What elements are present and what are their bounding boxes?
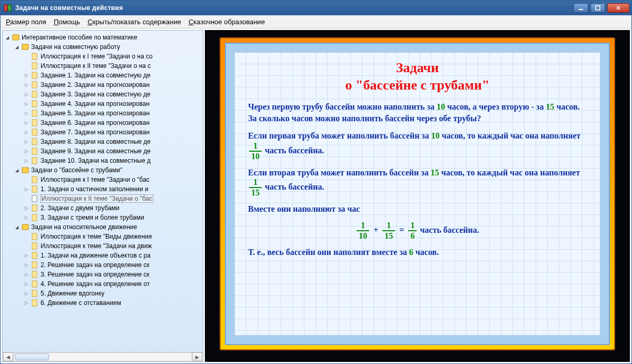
page-icon	[31, 81, 38, 88]
titlebar: Задачи на совместные действия	[1, 1, 631, 15]
chevron-right-icon[interactable]	[24, 300, 29, 306]
scroll-thumb[interactable]	[15, 353, 49, 360]
svg-rect-5	[22, 44, 28, 50]
minimize-button[interactable]	[574, 3, 588, 13]
svg-rect-23	[32, 214, 37, 221]
tree-item[interactable]: Задание 5. Задачи на прогнозирован	[41, 110, 150, 117]
chevron-right-icon[interactable]	[24, 253, 29, 258]
scroll-right-button[interactable]: ▶	[192, 352, 202, 361]
menu-toggle-toc[interactable]: Скрыть/показать содержание	[87, 18, 181, 26]
tree-item[interactable]: Иллюстрация к теме "Задачи на движ	[41, 242, 152, 250]
tree-item[interactable]: Интерактивное пособие по математике	[22, 34, 137, 41]
tree-item[interactable]: Задачи на относительное движение	[31, 223, 137, 231]
tree-item[interactable]: Задачи о "бассейне с трубами"	[31, 166, 122, 174]
equation: 110 + 115 = 16 часть бассейна.	[248, 221, 587, 240]
book-icon	[22, 166, 29, 174]
scroll-left-button[interactable]: ◀	[3, 352, 13, 361]
menu-edu[interactable]: Сказочное образование	[189, 18, 265, 26]
toc-tree[interactable]: Интерактивное пособие по математике Зада…	[3, 31, 203, 352]
svg-rect-1	[8, 5, 11, 11]
tree-item[interactable]: Задание 7. Задачи на прогнозирован	[41, 129, 150, 136]
menubar: Размер поля Помощь Скрыть/показать содер…	[1, 15, 631, 28]
tree-item[interactable]: Задание 1. Задачи на совместную де	[41, 72, 151, 79]
solution-line-1: Если первая труба может наполнить бассей…	[248, 130, 587, 161]
page-icon	[31, 242, 38, 250]
tree-item[interactable]: 1. Задачи на движение объектов с ра	[41, 252, 151, 259]
chevron-down-icon[interactable]	[14, 224, 19, 230]
page-icon	[31, 100, 38, 107]
close-button[interactable]	[607, 3, 629, 13]
chevron-right-icon[interactable]	[24, 281, 29, 287]
page-icon	[31, 147, 38, 155]
tree-item[interactable]: 3. Решение задач на определение ск	[41, 271, 150, 278]
tree-item[interactable]: Задание 10. Задачи на совместные д	[41, 157, 151, 164]
tree-item-selected[interactable]: Иллюстрация к II теме "Задачи о "бас	[41, 194, 153, 203]
toc-pane: Интерактивное пособие по математике Зада…	[2, 30, 203, 362]
chevron-right-icon[interactable]	[24, 291, 29, 296]
chevron-right-icon[interactable]	[24, 149, 29, 154]
tree-item[interactable]: Задание 8. Задачи на совместные де	[41, 138, 151, 145]
page-icon	[31, 129, 38, 136]
chevron-right-icon[interactable]	[24, 111, 29, 116]
tree-item[interactable]: Задание 6. Задачи на прогнозирован	[41, 119, 150, 126]
chevron-right-icon[interactable]	[24, 101, 29, 106]
chevron-right-icon[interactable]	[24, 262, 29, 268]
svg-rect-0	[4, 5, 7, 11]
toc-h-scrollbar[interactable]: ◀ ▶	[3, 352, 203, 361]
chevron-right-icon[interactable]	[24, 215, 29, 220]
tree-item[interactable]: Задание 2. Задачи на прогнозирован	[41, 81, 150, 88]
tree-item[interactable]: 2. Задачи с двумя трубами	[41, 204, 120, 212]
chevron-right-icon[interactable]	[24, 130, 29, 135]
chevron-right-icon[interactable]	[24, 73, 29, 78]
svg-rect-19	[32, 176, 37, 183]
svg-rect-16	[32, 148, 37, 154]
menu-help[interactable]: Помощь	[54, 18, 80, 26]
tree-item[interactable]: 1. Задачи о частичном заполнении и	[41, 185, 149, 193]
svg-rect-10	[32, 91, 37, 97]
tree-item[interactable]: Иллюстрация к I теме "Задачи о "бас	[41, 176, 150, 183]
tree-item[interactable]: Задание 9. Задачи на совместные де	[41, 147, 151, 155]
tree-item[interactable]: 4. Решение задач на определение от	[41, 280, 150, 288]
page-icon	[31, 119, 38, 126]
chevron-right-icon[interactable]	[24, 120, 29, 125]
chevron-right-icon[interactable]	[24, 186, 29, 192]
chevron-right-icon[interactable]	[24, 82, 29, 87]
tree-item[interactable]: 3. Задачи с тремя и более трубами	[41, 214, 144, 221]
window-buttons	[574, 3, 629, 13]
scroll-track[interactable]	[14, 352, 192, 361]
chevron-right-icon[interactable]	[24, 272, 29, 277]
chevron-down-icon[interactable]	[14, 168, 19, 173]
tree-item[interactable]: 2. Решение задач на определение ск	[41, 261, 150, 269]
solution-line-2: Если вторая труба может наполнить бассей…	[248, 167, 587, 198]
svg-rect-21	[32, 195, 37, 202]
tree-item[interactable]: 5. Движение вдогонку	[41, 290, 104, 297]
page-icon	[31, 91, 38, 98]
svg-rect-11	[32, 101, 37, 107]
chevron-right-icon[interactable]	[24, 158, 29, 163]
chevron-down-icon[interactable]	[5, 35, 10, 40]
tree-item[interactable]: Задание 4. Задачи на прогнозирован	[41, 100, 150, 107]
app-window: Задачи на совместные действия Размер пол…	[0, 0, 632, 364]
tree-item[interactable]: Иллюстрация к I теме "Задачи о на со	[41, 53, 153, 60]
body: Интерактивное пособие по математике Зада…	[1, 28, 631, 363]
solution-line-3: Вместе они наполняют за час	[248, 203, 587, 215]
book-icon	[22, 43, 29, 51]
tree-item[interactable]: Иллюстрация к теме "Виды движения	[41, 233, 152, 240]
page-icon	[31, 138, 38, 145]
svg-rect-3	[596, 6, 600, 10]
tree-item[interactable]: 6. Движение с отставанием	[41, 299, 121, 307]
svg-rect-12	[32, 110, 37, 116]
chevron-down-icon[interactable]	[14, 44, 19, 50]
chevron-right-icon[interactable]	[24, 92, 29, 97]
tree-item[interactable]: Задание 3. Задачи на совместную де	[41, 91, 151, 98]
slide: Задачи о "бассейне с трубами" Через перв…	[234, 52, 600, 336]
tree-item[interactable]: Задачи на совместную работу	[31, 43, 120, 51]
page-icon	[31, 157, 38, 164]
page-icon	[31, 110, 38, 117]
chevron-right-icon[interactable]	[24, 205, 29, 211]
tree-item[interactable]: Иллюстрация к II теме "Задачи о на с	[41, 62, 151, 70]
maximize-button[interactable]	[590, 3, 605, 13]
chevron-right-icon[interactable]	[24, 139, 29, 144]
menu-field-size[interactable]: Размер поля	[6, 18, 46, 26]
app-icon	[4, 4, 12, 12]
